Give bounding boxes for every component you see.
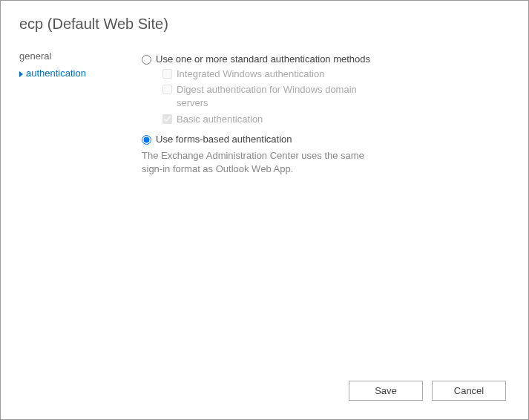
checkbox-integrated-windows-input (162, 69, 172, 79)
sidebar-item-general[interactable]: general (19, 47, 142, 65)
radio-forms-auth-label: Use forms-based authentication (156, 134, 292, 145)
sidebar-item-label: general (19, 50, 51, 62)
checkbox-digest-auth-input (162, 85, 172, 94)
sidebar-item-authentication[interactable]: authentication (19, 65, 142, 82)
footer: Save Cancel (349, 381, 506, 401)
checkbox-label: Basic authentication (177, 113, 263, 126)
forms-auth-help-text: The Exchange Administration Center uses … (142, 149, 372, 176)
radio-standard-auth-input[interactable] (142, 55, 151, 65)
checkbox-digest-auth: Digest authentication for Windows domain… (162, 83, 385, 110)
checkbox-label: Digest authentication for Windows domain… (177, 83, 385, 110)
sidebar: general authentication (1, 47, 142, 176)
checkbox-integrated-windows: Integrated Windows authentication (162, 68, 385, 81)
radio-standard-auth[interactable]: Use one or more standard authentication … (142, 53, 506, 65)
checkbox-label: Integrated Windows authentication (177, 68, 324, 81)
checkbox-basic-auth: Basic authentication (162, 113, 385, 126)
page-title: ecp (Default Web Site) (19, 16, 528, 33)
caret-right-icon (19, 71, 23, 77)
radio-forms-auth[interactable]: Use forms-based authentication (142, 134, 506, 145)
standard-auth-options: Integrated Windows authentication Digest… (162, 68, 506, 126)
main-panel: Use one or more standard authentication … (142, 47, 528, 176)
radio-standard-auth-label: Use one or more standard authentication … (156, 53, 370, 65)
radio-forms-auth-input[interactable] (142, 135, 151, 145)
header: ecp (Default Web Site) (1, 1, 528, 33)
cancel-button[interactable]: Cancel (432, 381, 506, 401)
content-area: general authentication Use one or more s… (1, 47, 528, 176)
save-button[interactable]: Save (349, 381, 423, 401)
checkbox-basic-auth-input (162, 114, 172, 124)
sidebar-item-label: authentication (26, 68, 86, 79)
